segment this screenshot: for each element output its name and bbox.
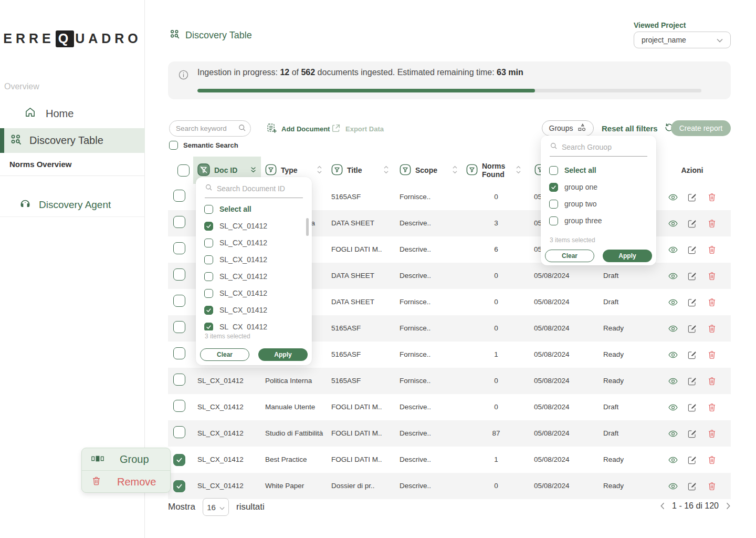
filter-option[interactable]: group two	[541, 195, 656, 212]
project-select[interactable]: project_name	[634, 32, 731, 48]
edit-button[interactable]	[687, 297, 698, 307]
edit-button[interactable]	[687, 376, 698, 386]
view-button[interactable]	[668, 297, 678, 307]
filter-option[interactable]: group three	[541, 212, 656, 229]
scrollbar-thumb[interactable]	[306, 218, 309, 236]
row-checkbox[interactable]	[173, 295, 185, 307]
filter-icon[interactable]	[466, 164, 478, 177]
groups-filter-select-all[interactable]: Select all	[541, 162, 656, 179]
doc-filter-select-all[interactable]: Select all	[196, 201, 312, 218]
delete-button[interactable]	[707, 349, 717, 360]
option-checkbox[interactable]	[549, 216, 558, 225]
edit-button[interactable]	[687, 244, 698, 255]
reset-filters-button[interactable]: Reset all filters	[602, 122, 674, 134]
apply-button[interactable]: Apply	[603, 250, 652, 262]
filter-option[interactable]: SL_CX_01412	[196, 285, 312, 302]
edit-button[interactable]	[687, 218, 698, 229]
delete-button[interactable]	[707, 218, 717, 229]
edit-button[interactable]	[687, 271, 698, 281]
option-checkbox[interactable]	[204, 289, 213, 298]
double-chevron-down-icon[interactable]	[250, 166, 257, 175]
add-document-button[interactable]: Add Document	[267, 123, 330, 135]
option-checkbox[interactable]	[549, 183, 558, 192]
row-checkbox[interactable]	[173, 400, 185, 412]
table-row[interactable]: SL_CX_01412 White Paper Dossier di pr.. …	[168, 473, 731, 499]
filter-option[interactable]: SL_CX_01412	[196, 251, 312, 268]
option-checkbox[interactable]	[204, 323, 213, 331]
semantic-search-toggle[interactable]: Semantic Search	[169, 141, 238, 150]
column-header-type[interactable]: Type	[261, 164, 327, 177]
view-button[interactable]	[668, 349, 678, 360]
delete-button[interactable]	[707, 192, 717, 202]
delete-button[interactable]	[707, 323, 717, 334]
table-row[interactable]: SL_CX_01412 Studio di Fattibilità FOGLI …	[168, 420, 731, 447]
row-checkbox[interactable]	[173, 347, 185, 359]
delete-button[interactable]	[707, 271, 717, 281]
prev-page-button[interactable]	[660, 502, 665, 510]
edit-button[interactable]	[687, 192, 698, 202]
edit-button[interactable]	[687, 454, 698, 465]
filter-option[interactable]: SL_CX_01412	[196, 268, 312, 285]
view-button[interactable]	[668, 192, 678, 202]
column-header-title[interactable]: Title	[327, 164, 395, 177]
filter-option[interactable]: SL_CX_01412	[196, 302, 312, 318]
table-row[interactable]: SL_CX_01412 Best Practice FOGLI DATI M..…	[168, 447, 731, 473]
edit-button[interactable]	[687, 402, 698, 412]
delete-button[interactable]	[707, 244, 717, 255]
context-menu-remove[interactable]: Remove	[82, 471, 170, 493]
row-checkbox[interactable]	[173, 321, 185, 333]
sidebar-item-norms-overview[interactable]: Norms Overview	[0, 153, 145, 176]
filter-option[interactable]: group one	[541, 179, 656, 195]
view-button[interactable]	[668, 402, 678, 412]
sidebar-item-discovery-table[interactable]: Discovery Table	[0, 128, 145, 153]
row-checkbox[interactable]	[173, 480, 185, 492]
table-row[interactable]: SL_CX_01412 Politica Interna 5165ASF For…	[168, 368, 731, 394]
context-menu-group[interactable]: Group	[82, 448, 170, 471]
column-header-scope[interactable]: Scope	[395, 164, 462, 177]
delete-button[interactable]	[707, 428, 717, 439]
search-input[interactable]	[176, 125, 238, 132]
groups-button[interactable]: Groups	[542, 120, 594, 136]
row-checkbox[interactable]	[173, 216, 185, 228]
delete-button[interactable]	[707, 481, 717, 491]
edit-button[interactable]	[687, 349, 698, 360]
filter-icon[interactable]	[265, 164, 277, 177]
select-all-checkbox[interactable]	[549, 166, 558, 175]
filter-option[interactable]: SL_CX_01412	[196, 218, 312, 234]
clear-button[interactable]: Clear	[545, 250, 594, 262]
delete-button[interactable]	[707, 376, 717, 386]
create-report-button[interactable]: Create report	[671, 120, 731, 136]
clear-button[interactable]: Clear	[200, 348, 249, 361]
select-all-checkbox[interactable]	[204, 205, 213, 214]
option-checkbox[interactable]	[549, 200, 558, 209]
apply-button[interactable]: Apply	[258, 348, 308, 361]
sort-icon[interactable]	[317, 165, 322, 176]
select-all-rows-checkbox[interactable]	[177, 164, 190, 177]
row-checkbox[interactable]	[173, 242, 185, 254]
filter-option[interactable]: SL_CX_01412	[196, 318, 312, 330]
groups-filter-search-input[interactable]	[562, 143, 647, 151]
doc-filter-search-input[interactable]	[217, 184, 303, 193]
view-button[interactable]	[668, 218, 678, 229]
row-checkbox[interactable]	[173, 454, 185, 466]
next-page-button[interactable]	[726, 502, 731, 510]
filter-icon[interactable]	[331, 164, 343, 177]
option-checkbox[interactable]	[204, 255, 213, 264]
sort-icon[interactable]	[383, 165, 389, 176]
option-checkbox[interactable]	[204, 306, 213, 315]
table-row[interactable]: SL_CX_01412 Manuale Utente FOGLI DATI M.…	[168, 394, 731, 420]
filter-icon[interactable]	[400, 164, 411, 177]
page-size-select[interactable]: 16	[203, 498, 229, 516]
view-button[interactable]	[668, 481, 678, 491]
sidebar-item-home[interactable]: Home	[24, 105, 74, 122]
option-checkbox[interactable]	[204, 239, 213, 247]
edit-button[interactable]	[687, 323, 698, 334]
sort-icon[interactable]	[516, 165, 521, 176]
view-button[interactable]	[668, 454, 678, 465]
view-button[interactable]	[668, 244, 678, 255]
view-button[interactable]	[668, 323, 678, 334]
sidebar-item-discovery-agent[interactable]: Discovery Agent	[19, 196, 111, 213]
view-button[interactable]	[668, 271, 678, 281]
view-button[interactable]	[668, 376, 678, 386]
option-checkbox[interactable]	[204, 222, 213, 231]
